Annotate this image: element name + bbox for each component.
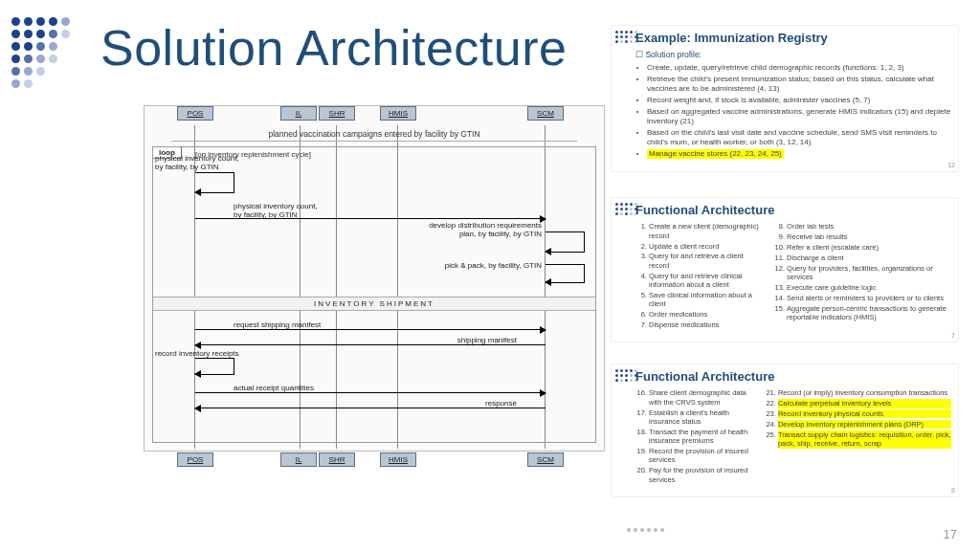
fa2-right: Record (or imply) inventory consumption … (765, 388, 951, 485)
msg-count-fwd: physical inventory count, by facility, b… (195, 218, 546, 219)
block-inventory-shipment: INVENTORY SHIPMENT (153, 297, 595, 311)
thumb-subtitle: ☐ Solution profile: (635, 50, 951, 60)
selfmsg-scm-plan: develop distribution requirements plan, … (546, 231, 585, 253)
sequence-diagram: POS IL SHR HMIS SCM planned vaccination … (144, 105, 605, 452)
fa2-left: Share client demographic data with the C… (635, 388, 755, 485)
msg-req-manifest: request shipping manifest (195, 329, 546, 330)
thumb-bullets: Create, update, query/retrieve child dem… (635, 63, 951, 159)
actor-il-tail: IL (280, 452, 317, 467)
actor-il: IL (280, 106, 317, 121)
diagram-caption: planned vaccination campaigns entered by… (171, 129, 577, 142)
selfmsg-pos-count: physical inventory count, by facility, b… (195, 172, 234, 193)
actor-scm: SCM (527, 106, 564, 121)
actor-shr: SHR (319, 106, 355, 121)
slide-title: Solution Architecture (100, 19, 567, 77)
msg-actual-qty: actual receipt quantities (195, 392, 546, 393)
selfmsg-record-receipts: record inventory receipts (195, 358, 234, 375)
actor-scm-tail: SCM (527, 452, 564, 467)
thumb-highlight: Manage vaccine stores (22, 23, 24, 25) (647, 149, 784, 159)
progress-beads (627, 528, 664, 532)
thumb-func-arch-2: Functional Architecture Share client dem… (611, 364, 959, 497)
msg-response: response (195, 408, 546, 408)
page-number: 17 (944, 527, 957, 541)
thumb-title: Functional Architecture (635, 369, 951, 385)
dot-logo-icon (615, 369, 638, 383)
selfmsg-scm-pick: pick & pack, by facility, GTIN (546, 264, 585, 283)
msg-ship-manifest: shipping manifest (195, 344, 546, 345)
actor-hmis-tail: HMIS (380, 452, 416, 467)
dot-logo (11, 17, 84, 90)
thumb-title: Functional Architecture (635, 203, 951, 218)
thumb-title: Example: Immunization Registry (635, 31, 951, 46)
fa1-left: Create a new client (demographic) record… (635, 222, 764, 331)
actor-pos-tail: POS (177, 452, 213, 467)
thumb-pageno: 8 (951, 487, 955, 496)
thumb-pageno: 7 (951, 332, 955, 341)
actor-pos: POS (177, 106, 213, 121)
actor-hmis: HMIS (380, 106, 416, 121)
fa1-right: Order lab tests Receive lab results Refe… (773, 222, 951, 331)
dot-logo-icon (615, 203, 638, 216)
thumb-pageno: 12 (947, 162, 955, 170)
thumb-func-arch-1: Functional Architecture Create a new cli… (611, 197, 959, 342)
dot-logo-icon (615, 31, 638, 44)
actor-shr-tail: SHR (319, 452, 355, 467)
thumb-immunization: Example: Immunization Registry ☐ Solutio… (611, 25, 959, 172)
loop-frame: loop [on inventory replenishment cycle] … (152, 146, 596, 443)
